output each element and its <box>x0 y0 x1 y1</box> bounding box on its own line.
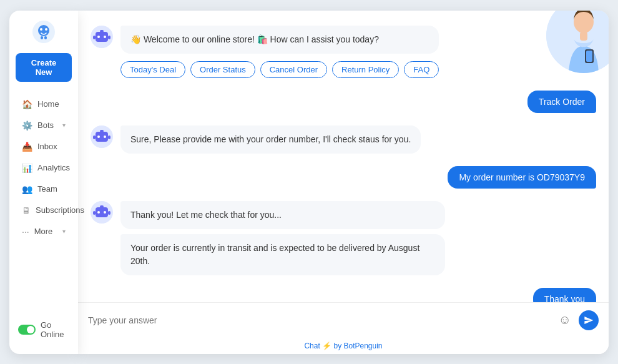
send-icon <box>584 315 594 325</box>
more-chevron-icon: ▾ <box>62 228 66 235</box>
svg-point-14 <box>104 36 106 38</box>
sidebar: Create New 🏠 Home ⚙️ Bots ▾ 📥 Inbox 📊 An… <box>9 11 78 354</box>
user-bubble-3: Thank you <box>533 288 596 302</box>
svg-point-2 <box>40 28 42 31</box>
user-bubble-2: My order number is OD79037Y9 <box>448 166 596 189</box>
svg-point-13 <box>97 36 100 38</box>
user-message-3: Thank you <box>91 288 596 302</box>
bot-avatar-2 <box>91 125 113 148</box>
sidebar-item-bots[interactable]: ⚙️ Bots ▾ <box>13 116 74 135</box>
sidebar-item-analytics[interactable]: 📊 Analytics <box>13 158 74 178</box>
svg-rect-22 <box>100 130 104 132</box>
main-chat-panel: 👋 Welcome to our online store! 🛍️ How ca… <box>78 11 609 354</box>
bot-bubble-2: Sure, Please provide me with your order … <box>120 125 421 154</box>
bot-bubble-wrap-2: Sure, Please provide me with your order … <box>120 125 421 154</box>
quick-reply-todays-deal[interactable]: Today's Deal <box>120 61 185 78</box>
svg-rect-16 <box>93 36 96 39</box>
go-online-toggle[interactable] <box>18 325 36 335</box>
sidebar-item-team[interactable]: 👥 Team <box>13 179 74 199</box>
chat-area: 👋 Welcome to our online store! 🛍️ How ca… <box>78 11 609 302</box>
svg-point-28 <box>104 211 106 214</box>
quick-reply-return-policy[interactable]: Return Policy <box>332 61 399 78</box>
bot-bubble-3a: Thank you! Let me check that for you... <box>120 201 445 229</box>
sidebar-item-subscriptions-label: Subscriptions <box>36 205 84 215</box>
svg-rect-24 <box>108 135 110 139</box>
sidebar-item-subscriptions[interactable]: 🖥 Subscriptions <box>13 200 74 220</box>
sidebar-item-more-label: More <box>34 227 53 236</box>
app-wrapper: Create New 🏠 Home ⚙️ Bots ▾ 📥 Inbox 📊 An… <box>9 11 609 354</box>
svg-point-20 <box>97 135 100 138</box>
chat-footer: Chat ⚡ by BotPenguin <box>78 338 609 354</box>
sidebar-item-more[interactable]: ··· More ▾ <box>13 222 74 242</box>
svg-rect-30 <box>93 211 96 215</box>
chat-input-area: ☺ <box>78 302 609 338</box>
svg-point-27 <box>97 211 100 214</box>
bot-bubble-wrap-3: Thank you! Let me check that for you... … <box>120 201 445 275</box>
user-bubble-1: Track Order <box>527 91 596 113</box>
quick-reply-faq[interactable]: FAQ <box>404 61 439 78</box>
go-online-label: Go Online <box>41 320 69 339</box>
svg-rect-15 <box>100 30 104 32</box>
user-message-1: Track Order <box>91 91 596 113</box>
chat-input[interactable] <box>88 315 551 325</box>
svg-rect-23 <box>93 135 96 139</box>
sidebar-item-home-label: Home <box>37 99 59 109</box>
bots-icon: ⚙️ <box>22 121 32 130</box>
sidebar-item-home[interactable]: 🏠 Home <box>13 94 74 114</box>
sidebar-item-inbox-label: Inbox <box>37 142 57 151</box>
sidebar-item-analytics-label: Analytics <box>37 163 70 172</box>
subscriptions-icon: 🖥 <box>22 205 31 215</box>
bot-avatar-1 <box>91 26 113 48</box>
bots-chevron-icon: ▾ <box>62 122 66 129</box>
bot-message-3: Thank you! Let me check that for you... … <box>91 201 596 275</box>
emoji-button[interactable]: ☺ <box>559 313 571 327</box>
svg-rect-5 <box>44 36 47 39</box>
sidebar-nav: 🏠 Home ⚙️ Bots ▾ 📥 Inbox 📊 Analytics 👥 <box>9 94 78 242</box>
svg-rect-10 <box>586 51 592 62</box>
svg-point-3 <box>45 28 47 31</box>
svg-rect-31 <box>108 211 110 215</box>
home-icon: 🏠 <box>22 99 32 109</box>
svg-point-21 <box>104 135 106 138</box>
bot-avatar-3 <box>91 201 113 224</box>
sidebar-item-team-label: Team <box>37 184 57 194</box>
bot-bubble-3b: Your order is currently in transit and i… <box>120 234 445 275</box>
svg-rect-17 <box>108 36 110 39</box>
analytics-icon: 📊 <box>22 163 32 173</box>
quick-replies-1: Today's Deal Order Status Cancel Order R… <box>120 61 439 78</box>
bot-bubble-1: 👋 Welcome to our online store! 🛍️ How ca… <box>120 26 439 54</box>
go-online-row: Go Online <box>9 315 78 344</box>
send-button[interactable] <box>579 310 599 330</box>
create-new-button[interactable]: Create New <box>16 53 72 82</box>
quick-reply-cancel-order[interactable]: Cancel Order <box>260 61 327 78</box>
quick-reply-order-status[interactable]: Order Status <box>190 61 255 78</box>
bot-message-2: Sure, Please provide me with your order … <box>91 125 596 154</box>
bot-bubble-wrap-1: 👋 Welcome to our online store! 🛍️ How ca… <box>120 26 439 78</box>
svg-rect-29 <box>100 205 104 208</box>
svg-rect-4 <box>41 36 43 39</box>
bot-message-1: 👋 Welcome to our online store! 🛍️ How ca… <box>91 26 596 78</box>
sidebar-item-inbox[interactable]: 📥 Inbox <box>13 137 74 157</box>
user-message-2: My order number is OD79037Y9 <box>91 166 596 189</box>
app-logo <box>32 21 55 43</box>
sidebar-item-bots-label: Bots <box>37 121 54 130</box>
inbox-icon: 📥 <box>22 142 32 152</box>
team-icon: 👥 <box>22 184 32 194</box>
more-icon: ··· <box>22 227 29 237</box>
svg-rect-8 <box>580 32 587 41</box>
